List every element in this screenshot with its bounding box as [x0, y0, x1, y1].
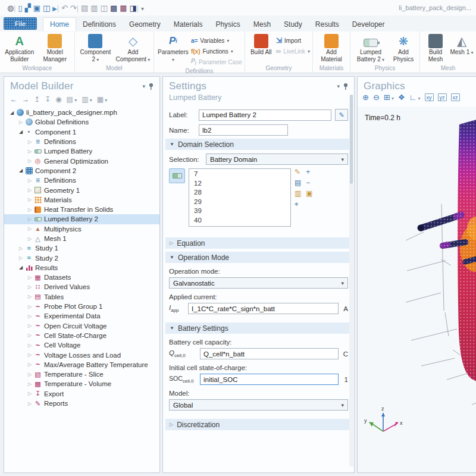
tree-item-open-circuit-voltage[interactable]: ▷Open Circuit Voltage	[4, 321, 159, 331]
back-icon[interactable]: ←	[10, 95, 17, 104]
paste-selection-icon[interactable]: ▥	[295, 190, 301, 197]
show-icon[interactable]: ◉	[55, 95, 61, 104]
tree-expander-icon[interactable]: ▷	[27, 207, 33, 212]
zoom-box-icon[interactable]: ⊞	[384, 93, 394, 101]
tree-item-heat-transfer-in-solids[interactable]: ▷Heat Transfer in Solids	[4, 205, 159, 214]
tree-expander-icon[interactable]: ▷	[27, 391, 33, 396]
section-battery-settings[interactable]: ▼ Battery Settings	[165, 322, 352, 334]
operation-mode-dropdown[interactable]: Galvanostatic	[169, 277, 348, 289]
tree-item-experimental-data[interactable]: ▷Experimental Data	[4, 311, 159, 321]
pin-icon[interactable]	[343, 83, 348, 90]
select-box-icon[interactable]: ▣	[306, 190, 312, 197]
tree-expander-icon[interactable]: ▷	[27, 178, 33, 183]
tab-study[interactable]: Study	[277, 18, 309, 31]
tree-item-study-1[interactable]: ▷Study 1	[4, 243, 159, 253]
tree-item-derived-values[interactable]: ▷Derived Values	[4, 282, 159, 292]
domain-list-item[interactable]: 39	[194, 207, 290, 217]
section-equation[interactable]: ▷ Equation	[165, 237, 352, 249]
panel-menu-icon[interactable]: ▾	[142, 83, 145, 89]
add-to-selection-icon[interactable]: +	[306, 168, 312, 176]
tree-item-temperature-volume[interactable]: ▷Temperature - Volume	[4, 379, 159, 389]
section-operation-mode[interactable]: ▼ Operation Mode	[165, 252, 352, 263]
model-options-icon[interactable]: ▤	[67, 95, 77, 104]
tree-expander-icon[interactable]: ▷	[27, 275, 33, 280]
build-all-button[interactable]: Build All	[248, 33, 275, 56]
zoom-to-selection-icon[interactable]: ⌖	[295, 201, 301, 208]
tree-item-global-definitions[interactable]: ▷Global Definitions	[4, 117, 159, 127]
tree-expander-icon[interactable]: ▷	[27, 236, 33, 242]
parameter-case-button[interactable]: Pi Parameter Case	[191, 57, 242, 67]
tab-home[interactable]: Home	[43, 17, 76, 31]
tree-item-probe-plot-group-1[interactable]: ▷Probe Plot Group 1	[4, 302, 159, 311]
tree-item-definitions[interactable]: ▷Definitions	[4, 176, 159, 185]
domain-list-item[interactable]: 40	[194, 217, 290, 226]
tree-expander-icon[interactable]: ▷	[18, 246, 24, 251]
tree-item-component-2[interactable]: ◢Component 2	[4, 166, 159, 176]
graphics-plot-area[interactable]: Time=0.2 h	[358, 107, 476, 472]
tree-expander-icon[interactable]: ▷	[27, 323, 33, 328]
zoom-extents-icon[interactable]: ❖	[398, 93, 405, 101]
model-dropdown[interactable]: Global	[169, 399, 348, 411]
collapse-icon[interactable]: ▥	[82, 95, 92, 104]
tab-geometry[interactable]: Geometry	[123, 18, 167, 31]
tree-expander-icon[interactable]: ▷	[27, 139, 33, 145]
undo-icon[interactable]	[61, 4, 68, 12]
tree-item-voltage-losses-and-load[interactable]: ▷Voltage Losses and Load	[4, 350, 159, 359]
run-icon[interactable]	[52, 4, 57, 12]
tree-expander-icon[interactable]: ▷	[27, 187, 33, 193]
tree-item-geometry-1[interactable]: ▷Geometry 1	[4, 185, 159, 195]
tree-item-lumped-battery[interactable]: ▷Lumped Battery	[4, 146, 159, 156]
tree-item-datasets[interactable]: ▷Datasets	[4, 273, 159, 282]
tree-expander-icon[interactable]: ▷	[18, 120, 24, 125]
tree-expander-icon[interactable]: ▷	[18, 255, 24, 261]
tree-expander-icon[interactable]: ◢	[18, 265, 24, 270]
selection-dropdown[interactable]: Battery Domain	[206, 154, 348, 165]
app-logo-icon[interactable]	[7, 4, 14, 12]
save-as-icon[interactable]	[43, 4, 50, 12]
domain-selection-list[interactable]: 71228293940	[189, 168, 291, 227]
domain-list-item[interactable]: 12	[194, 180, 290, 189]
tab-physics[interactable]: Physics	[209, 18, 246, 31]
functions-button[interactable]: f(x) Functions	[191, 46, 242, 57]
reset-desktop-icon[interactable]	[129, 4, 136, 12]
copy-selection-icon[interactable]: ▤	[295, 179, 301, 186]
tree-item-temperature-slice[interactable]: ▷Temperature - Slice	[4, 369, 159, 379]
settings-scrollbar[interactable]	[349, 95, 353, 466]
application-builder-button[interactable]: A Application Builder	[2, 33, 37, 62]
tree-item-lumped-battery-2[interactable]: ▷Lumped Battery 2	[4, 214, 159, 224]
tree-item-materials[interactable]: ▷Materials	[4, 195, 159, 205]
section-discretization[interactable]: ▷ Discretization	[165, 419, 352, 430]
pin-icon[interactable]	[149, 83, 154, 90]
tree-expander-icon[interactable]: ▷	[27, 381, 33, 387]
tree-item-definitions[interactable]: ▷Definitions	[4, 137, 159, 146]
parameters-button[interactable]: Pi Parameters	[156, 33, 190, 62]
tree-item-results[interactable]: ◢Results	[4, 263, 159, 273]
tree-item-li-battery-pack-designer-mph[interactable]: ◢li_battery_pack_designer.mph	[4, 108, 159, 117]
soc-input[interactable]	[200, 374, 339, 385]
tree-expander-icon[interactable]: ◢	[18, 129, 24, 134]
domain-list-item[interactable]: 28	[194, 189, 290, 198]
tab-definitions[interactable]: Definitions	[76, 18, 123, 31]
duplicate-icon[interactable]	[101, 4, 108, 12]
table-window-icon[interactable]	[110, 4, 117, 12]
tree-expander-icon[interactable]: ▷	[27, 362, 33, 367]
livelink-button[interactable]: ∞ LiveLink	[276, 46, 310, 57]
paste-icon[interactable]	[90, 4, 98, 12]
tree-expander-icon[interactable]: ▷	[27, 226, 33, 231]
add-component-button[interactable]: ◇ Add Component	[115, 33, 150, 62]
view-xy-button[interactable]: xy	[425, 93, 434, 101]
tree-expander-icon[interactable]: ▷	[27, 352, 33, 358]
lumped-battery-2-button[interactable]: Lumped Battery 2	[353, 33, 389, 62]
tab-mesh[interactable]: Mesh	[247, 18, 277, 31]
section-domain-selection[interactable]: ▼ Domain Selection	[165, 139, 352, 150]
copy-icon[interactable]	[81, 4, 88, 12]
tree-expander-icon[interactable]: ▷	[27, 401, 33, 406]
view-xz-button[interactable]: xz	[451, 93, 460, 101]
plot-window-icon[interactable]	[120, 4, 127, 12]
tree-expander-icon[interactable]: ▷	[27, 314, 33, 319]
import-button[interactable]: ⇲ Import	[276, 35, 310, 46]
tree-item-max-average-battery-temperature[interactable]: ▷Max/Average Battery Temperature	[4, 360, 159, 369]
tree-item-study-2[interactable]: ▷Study 2	[4, 253, 159, 262]
tree-item-tables[interactable]: ▷Tables	[4, 292, 159, 302]
build-mesh-button[interactable]: Build Mesh	[422, 33, 449, 62]
